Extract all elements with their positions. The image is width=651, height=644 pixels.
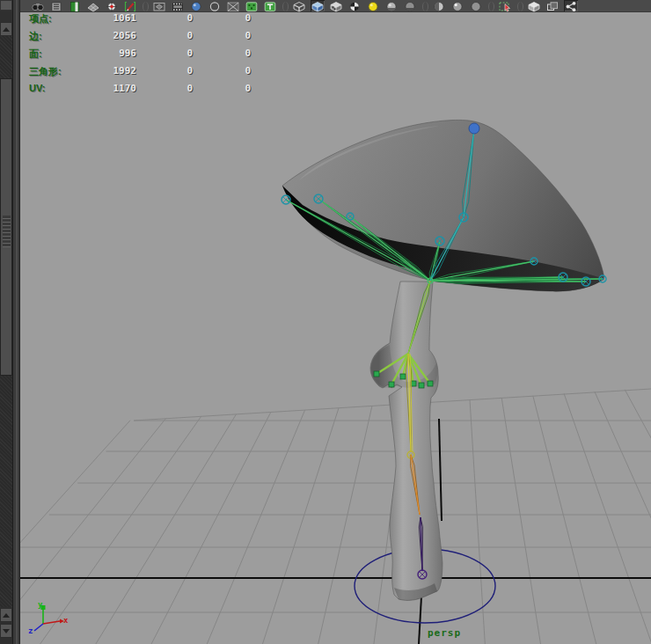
bookmark-icon[interactable] [68,0,82,11]
hud-value: 1992 [84,65,136,77]
xray-overlap-icon[interactable] [545,0,560,11]
dark-sphere-icon[interactable] [403,0,417,11]
hud-value: 996 [84,48,136,59]
maya-viewport-window: 项点: 1061 0 0 边: 2056 0 0 面: 996 0 0 三角形:… [0,0,651,644]
hud-value: 1170 [84,83,136,94]
triangle-down-icon [3,629,10,633]
checker-sphere-icon[interactable] [347,0,362,11]
hud-value: 0 [216,65,251,77]
textured-cube-icon[interactable] [329,0,343,11]
axis-x-label: x [63,616,68,625]
axis-z-label: z [28,626,33,635]
hud-label: 三角形: [29,65,62,78]
half-sphere-icon[interactable] [432,0,446,11]
toolbar-group-separator [488,2,494,11]
skirt-joint[interactable] [374,371,379,377]
shaded-sphere-icon[interactable] [189,0,203,11]
triangle-up-icon [3,27,10,32]
circle-outline-icon[interactable] [208,0,222,11]
matte-sphere-icon[interactable] [469,0,483,11]
hud-label: 面: [29,48,42,61]
field-chart-icon[interactable] [245,0,259,11]
hud-value: 0 [157,65,193,77]
film-strip-icon[interactable] [171,0,185,11]
shadow-sphere-icon[interactable] [384,0,399,11]
toolbar-group-separator [143,2,149,11]
hud-value: 2056 [84,30,136,41]
scrollbar-track[interactable] [0,36,12,607]
toolbar-group-separator [517,2,523,11]
hud-label: 项点: [29,12,52,26]
triangle-up-icon [3,613,10,618]
skirt-joint[interactable] [389,382,394,387]
splitter-highlight [16,0,18,644]
light-sphere-icon[interactable] [366,0,380,11]
panel-corner-box [0,0,12,11]
polycount-row-vertices: 项点: 1061 0 0 [0,12,290,28]
hud-value: 0 [157,48,193,59]
film-gate-icon[interactable] [152,0,166,11]
snap-target-icon[interactable] [105,0,119,11]
grease-pencil-icon[interactable] [123,0,137,11]
image-plane-icon[interactable] [86,0,100,11]
specular-sphere-icon[interactable] [450,0,464,11]
scroll-up-button[interactable] [0,22,12,36]
scrollbar-grip [3,216,11,247]
polycount-row-faces: 面: 996 0 0 [0,48,290,63]
gate-mask-x-icon[interactable] [226,0,240,11]
hud-label: UV: [29,83,45,93]
polycount-row-triangles: 三角形: 1992 0 0 [0,65,290,81]
isolate-select-icon[interactable] [498,0,512,11]
shaded-cube-icon[interactable] [311,0,325,11]
viewport-toolbar [20,0,651,12]
hud-value: 0 [157,30,193,41]
toolbar-group-separator [422,2,428,11]
xray-joints-icon[interactable] [564,0,578,11]
hud-value: 0 [216,83,251,94]
hud-label: 边: [29,30,42,43]
scrollbar-thumb[interactable] [0,78,12,376]
hud-value: 0 [216,30,251,41]
skirt-joint[interactable] [428,381,433,386]
skirt-joint[interactable] [411,381,416,386]
hud-value: 0 [157,12,193,24]
polycount-row-edges: 边: 2056 0 0 [0,30,290,46]
attr-list-icon[interactable] [49,0,63,11]
xray-cube-icon[interactable] [527,0,541,11]
hud-value: 0 [216,48,251,59]
hud-value: 0 [157,83,193,94]
toolbar-group-separator [282,2,289,11]
scroll-down-button[interactable] [0,624,12,638]
wireframe-cube-icon[interactable] [292,0,306,11]
cap-top-joint[interactable] [469,123,479,134]
safe-title-icon[interactable] [263,0,277,11]
hud-value: 0 [216,12,251,24]
axis-y-label: y [38,600,42,609]
viewport-background [20,12,651,644]
scroll-up-button-bottom[interactable] [0,608,12,622]
panel-splitter[interactable] [12,0,20,644]
left-panel-edge [0,0,20,644]
polycount-row-uv: UV: 1170 0 0 [0,83,290,99]
skirt-joint[interactable] [400,374,406,379]
skirt-joint[interactable] [419,383,424,388]
hud-value: 1061 [84,12,136,24]
camera-name-label: persp [413,627,475,639]
binoculars-icon[interactable] [31,0,45,11]
